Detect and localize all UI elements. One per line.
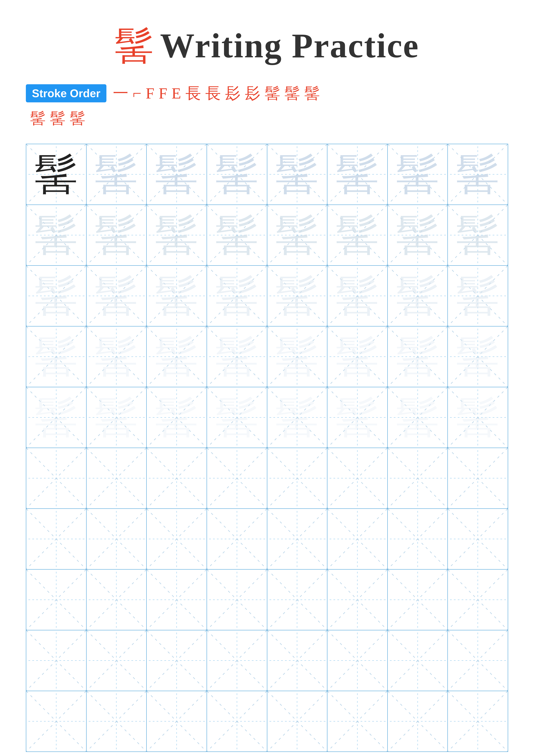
svg-line-99 <box>87 509 146 569</box>
grid-cell[interactable] <box>26 691 87 751</box>
grid-cell[interactable] <box>87 691 147 751</box>
svg-line-110 <box>448 509 508 569</box>
grid-cell[interactable]: 髺 <box>388 387 448 447</box>
grid-cell[interactable]: 髺 <box>388 327 448 387</box>
grid-cell[interactable]: 髺 <box>26 387 87 447</box>
grid-cell[interactable]: 髺 <box>26 327 87 387</box>
grid-cell[interactable]: 髺 <box>147 144 207 204</box>
grid-cell[interactable]: 髺 <box>448 387 508 447</box>
svg-line-145 <box>26 691 86 751</box>
grid-cell[interactable]: 髺 <box>448 144 508 204</box>
grid-cell[interactable]: 髺 <box>327 144 388 204</box>
grid-cell[interactable] <box>388 570 448 630</box>
grid-cell[interactable] <box>207 448 267 508</box>
grid-cell[interactable] <box>87 448 147 508</box>
grid-cell[interactable] <box>267 630 328 691</box>
grid-cell[interactable]: 髺 <box>327 266 388 326</box>
grid-cell[interactable]: 髺 <box>267 387 328 447</box>
grid-cell[interactable]: 髺 <box>207 387 267 447</box>
diagonal-lines <box>26 691 86 751</box>
grid-cell[interactable]: 髺 <box>267 205 328 265</box>
grid-cell[interactable] <box>388 509 448 569</box>
grid-cell[interactable]: 髺 <box>267 327 328 387</box>
grid-cell[interactable] <box>147 570 207 630</box>
grid-cell[interactable]: 髺 <box>327 327 388 387</box>
grid-cell[interactable]: 髺 <box>207 144 267 204</box>
grid-cell[interactable] <box>327 570 388 630</box>
grid-cell[interactable] <box>207 509 267 569</box>
grid-cell[interactable] <box>87 509 147 569</box>
grid-cell[interactable] <box>26 448 87 508</box>
grid-cell[interactable]: 髺 <box>87 387 147 447</box>
grid-cell[interactable] <box>448 509 508 569</box>
grid-cell[interactable] <box>87 630 147 691</box>
grid-cell[interactable] <box>267 509 328 569</box>
diagonal-lines <box>267 630 327 691</box>
grid-cell[interactable]: 髺 <box>207 205 267 265</box>
grid-cell[interactable] <box>147 630 207 691</box>
svg-line-80 <box>26 448 86 508</box>
grid-cell[interactable]: 髺 <box>448 205 508 265</box>
grid-cell[interactable] <box>327 691 388 751</box>
grid-cell[interactable] <box>327 630 388 691</box>
grid-cell[interactable]: 髺 <box>147 387 207 447</box>
grid-cell[interactable] <box>267 570 328 630</box>
grid-cell[interactable]: 髺 <box>26 144 87 204</box>
grid-cell[interactable]: 髺 <box>87 144 147 204</box>
svg-line-117 <box>147 570 207 630</box>
grid-cell[interactable]: 髺 <box>207 327 267 387</box>
svg-line-94 <box>448 448 508 508</box>
grid-cell[interactable]: 髺 <box>147 205 207 265</box>
grid-cell[interactable] <box>147 509 207 569</box>
grid-cell[interactable]: 髺 <box>327 205 388 265</box>
practice-character: 髺 <box>456 153 499 196</box>
grid-cell[interactable] <box>388 630 448 691</box>
stroke-7: 長 <box>205 83 221 104</box>
grid-cell[interactable] <box>207 691 267 751</box>
grid-cell[interactable]: 髺 <box>327 387 388 447</box>
diagonal-lines <box>87 509 146 569</box>
grid-cell[interactable]: 髺 <box>388 205 448 265</box>
grid-cell[interactable] <box>388 691 448 751</box>
grid-cell[interactable]: 髺 <box>388 144 448 204</box>
grid-cell[interactable] <box>207 630 267 691</box>
grid-cell[interactable] <box>87 570 147 630</box>
grid-cell[interactable] <box>388 448 448 508</box>
grid-cell[interactable] <box>207 570 267 630</box>
grid-cell[interactable]: 髺 <box>87 266 147 326</box>
svg-line-131 <box>87 630 146 691</box>
grid-cell[interactable] <box>26 630 87 691</box>
grid-cell[interactable] <box>267 691 328 751</box>
grid-cell[interactable]: 髺 <box>448 327 508 387</box>
grid-cell[interactable] <box>448 691 508 751</box>
grid-cell[interactable] <box>327 448 388 508</box>
grid-cell[interactable]: 髺 <box>388 266 448 326</box>
grid-cell[interactable]: 髺 <box>87 327 147 387</box>
grid-cell[interactable] <box>448 630 508 691</box>
practice-character: 髺 <box>155 214 198 257</box>
grid-cell[interactable] <box>448 570 508 630</box>
diagonal-lines <box>147 448 207 508</box>
grid-cell[interactable] <box>267 448 328 508</box>
stroke-6: 長 <box>186 83 201 104</box>
practice-character: 髺 <box>155 396 198 439</box>
grid-cell[interactable] <box>327 509 388 569</box>
grid-cell[interactable] <box>26 509 87 569</box>
grid-cell[interactable] <box>26 570 87 630</box>
grid-cell[interactable]: 髺 <box>448 266 508 326</box>
grid-cell[interactable]: 髺 <box>26 266 87 326</box>
svg-line-153 <box>267 691 327 751</box>
grid-cell[interactable]: 髺 <box>267 266 328 326</box>
svg-line-120 <box>267 570 327 630</box>
grid-cell[interactable]: 髺 <box>267 144 328 204</box>
grid-cell[interactable] <box>147 691 207 751</box>
grid-cell[interactable] <box>147 448 207 508</box>
grid-cell[interactable]: 髺 <box>87 205 147 265</box>
grid-cell[interactable]: 髺 <box>207 266 267 326</box>
diagonal-lines <box>147 691 207 751</box>
svg-line-125 <box>388 570 447 630</box>
grid-cell[interactable]: 髺 <box>147 266 207 326</box>
grid-cell[interactable] <box>448 448 508 508</box>
grid-cell[interactable]: 髺 <box>26 205 87 265</box>
grid-cell[interactable]: 髺 <box>147 327 207 387</box>
